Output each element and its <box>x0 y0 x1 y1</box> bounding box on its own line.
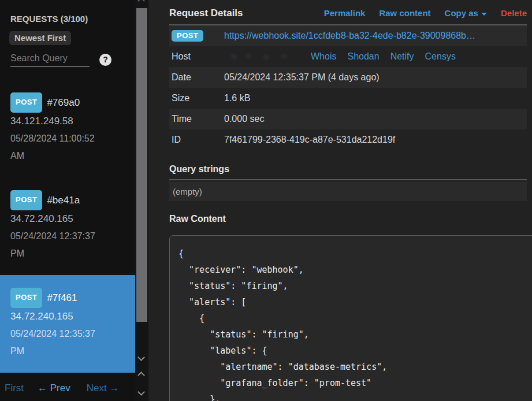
request-url-link[interactable]: https://webhook.site/1ccfdeb8-ba32-4ede-… <box>224 31 475 41</box>
method-badge: POST <box>10 92 42 113</box>
host-value-redacted <box>224 53 305 61</box>
request-id: #769a0 <box>47 97 80 108</box>
request-list-item[interactable]: POST#769a0 34.121.249.58 05/28/2024 11:0… <box>0 80 135 177</box>
raw-content-code: { "receiver": "webhook", "status": "firi… <box>169 235 532 401</box>
pagination: First← PrevNext → <box>5 383 133 394</box>
help-icon[interactable]: ? <box>99 54 111 66</box>
scroll-up-icon[interactable] <box>137 0 145 5</box>
whois-link[interactable]: Whois <box>311 51 336 62</box>
method-badge: POST <box>10 288 42 308</box>
row-label: Size <box>172 93 224 103</box>
requests-sidebar: REQUESTS (3/100) Newest First ? POST#769… <box>0 0 135 401</box>
search-input[interactable] <box>10 52 90 67</box>
censys-link[interactable]: Censys <box>425 51 456 62</box>
details-header: Request Details Permalink Raw content Co… <box>169 0 527 19</box>
raw-content-title: Raw Content <box>169 214 527 224</box>
permalink-link[interactable]: Permalink <box>324 8 366 18</box>
request-list: POST#769a0 34.121.249.58 05/28/2024 11:0… <box>0 80 135 373</box>
host-row: Host Whois Shodan Netify Censys <box>169 46 527 67</box>
request-ip: 34.121.249.58 <box>10 113 125 130</box>
copy-as-dropdown[interactable]: Copy as <box>445 8 487 18</box>
header-actions: Permalink Raw content Copy as Delete <box>310 8 527 18</box>
url-row: POST https://webhook.site/1ccfdeb8-ba32-… <box>169 25 527 46</box>
caret-down-icon <box>481 13 487 16</box>
scroll-down-icon[interactable] <box>137 354 145 361</box>
pagination-prev-link[interactable]: ← Prev <box>38 383 70 393</box>
size-row: Size 1.6 kB <box>169 88 527 109</box>
request-id: #7f461 <box>47 292 77 303</box>
request-detail-table: POST https://webhook.site/1ccfdeb8-ba32-… <box>169 25 527 150</box>
query-strings-empty: (empty) <box>169 182 527 201</box>
netify-link[interactable]: Netify <box>390 51 414 62</box>
request-details-panel: Request Details Permalink Raw content Co… <box>148 0 532 401</box>
raw-content-link[interactable]: Raw content <box>379 8 430 18</box>
request-id: #be41a <box>47 195 80 206</box>
page-title: Request Details <box>169 8 243 19</box>
section-divider <box>169 179 527 180</box>
request-ip: 34.72.240.165 <box>10 308 125 325</box>
host-label: Host <box>172 51 224 62</box>
row-label: ID <box>172 135 224 145</box>
date-row: Date 05/24/2024 12:35:37 PM (4 days ago) <box>169 67 527 88</box>
query-strings-title: Query strings <box>169 164 527 174</box>
sidebar-scrollbar <box>135 0 148 401</box>
id-row: ID 7f461799-2368-419c-a87e-531da212d19f <box>169 129 527 150</box>
delete-button[interactable]: Delete <box>501 8 527 18</box>
sort-order-button[interactable]: Newest First <box>9 31 71 45</box>
row-value: 05/24/2024 12:35:37 PM (4 days ago) <box>224 72 380 83</box>
row-value: 0.000 sec <box>224 114 264 124</box>
pagination-first-link[interactable]: First <box>5 383 24 393</box>
time-row: Time 0.000 sec <box>169 109 527 129</box>
request-list-item[interactable]: POST#be41a 34.72.240.165 05/24/2024 12:3… <box>0 177 135 275</box>
row-label: Date <box>172 72 224 83</box>
requests-count-title: REQUESTS (3/100) <box>10 14 135 24</box>
method-badge: POST <box>10 190 42 210</box>
request-date: 05/24/2024 12:35:37 PM <box>10 325 106 360</box>
method-badge: POST <box>172 30 203 42</box>
scrollbar-thumb[interactable] <box>136 8 147 322</box>
shodan-link[interactable]: Shodan <box>347 51 379 62</box>
row-value: 7f461799-2368-419c-a87e-531da212d19f <box>224 135 395 145</box>
request-ip: 34.72.240.165 <box>10 210 125 228</box>
row-label: Time <box>172 114 224 124</box>
request-date: 05/24/2024 12:37:37 PM <box>10 228 106 262</box>
row-value: 1.6 kB <box>224 93 250 103</box>
scroll-up-icon[interactable] <box>137 372 145 379</box>
request-date: 05/28/2024 11:00:52 AM <box>10 130 106 165</box>
search-row: ? <box>10 52 135 67</box>
scroll-down-icon[interactable] <box>137 388 145 396</box>
pagination-next-link[interactable]: Next → <box>87 383 120 393</box>
request-list-item-selected[interactable]: POST#7f461 34.72.240.165 05/24/2024 12:3… <box>0 275 135 373</box>
